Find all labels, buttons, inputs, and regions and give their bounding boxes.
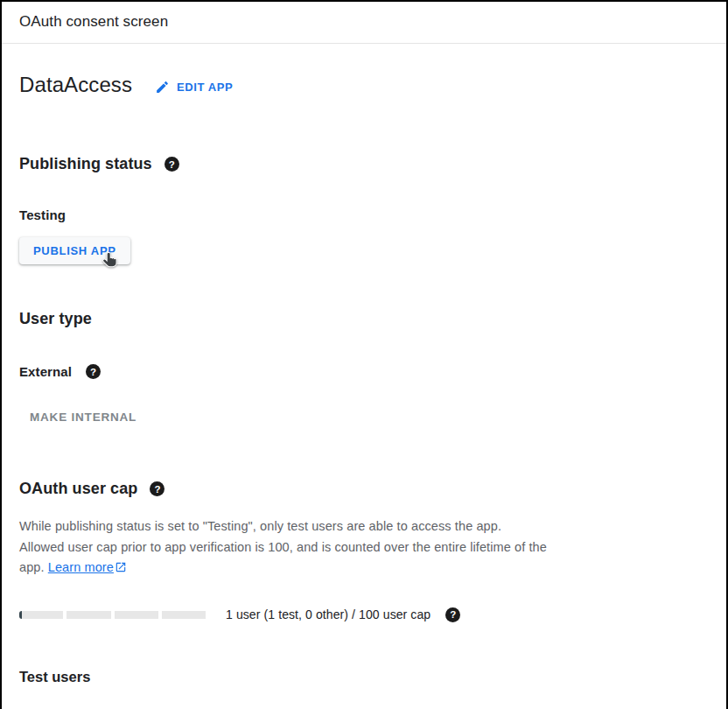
page-content: DataAccess EDIT APP Publishing status ? … bbox=[2, 73, 726, 685]
user-cap-progress-bar bbox=[19, 611, 206, 619]
page-header: OAuth consent screen bbox=[2, 2, 726, 44]
learn-more-link[interactable]: Learn more bbox=[48, 560, 127, 574]
publishing-status-section: Publishing status ? Testing PUBLISH APP bbox=[19, 155, 707, 265]
progress-segment bbox=[19, 611, 63, 619]
user-cap-usage-text: 1 user (1 test, 0 other) / 100 user cap bbox=[226, 607, 430, 621]
user-cap-usage-row: 1 user (1 test, 0 other) / 100 user cap … bbox=[19, 607, 707, 622]
oauth-user-cap-heading: OAuth user cap bbox=[19, 480, 137, 498]
help-icon[interactable]: ? bbox=[164, 157, 179, 172]
publish-app-button-wrap: PUBLISH APP bbox=[19, 237, 150, 265]
help-icon[interactable]: ? bbox=[150, 481, 164, 496]
oauth-user-cap-section: OAuth user cap ? While publishing status… bbox=[19, 480, 707, 622]
progress-segment bbox=[66, 611, 110, 619]
edit-app-label: EDIT APP bbox=[177, 81, 233, 94]
edit-app-button[interactable]: EDIT APP bbox=[155, 76, 233, 95]
progress-segment bbox=[115, 611, 158, 619]
help-icon[interactable]: ? bbox=[445, 607, 460, 622]
user-type-heading: User type bbox=[19, 310, 707, 328]
oauth-user-cap-description: While publishing status is set to "Testi… bbox=[19, 516, 548, 579]
user-type-value: External bbox=[19, 364, 72, 379]
oauth-consent-page: OAuth consent screen DataAccess EDIT APP… bbox=[0, 0, 728, 709]
publishing-status-value: Testing bbox=[19, 207, 707, 222]
app-title-row: DataAccess EDIT APP bbox=[19, 73, 707, 97]
publishing-status-heading: Publishing status bbox=[19, 155, 152, 173]
external-link-icon bbox=[114, 560, 127, 574]
app-name: DataAccess bbox=[19, 73, 132, 97]
pencil-icon bbox=[155, 80, 170, 95]
user-type-section: User type External ? MAKE INTERNAL bbox=[19, 310, 707, 429]
test-users-heading: Test users bbox=[19, 669, 707, 685]
test-users-section: Test users bbox=[19, 669, 707, 685]
page-title: OAuth consent screen bbox=[19, 13, 707, 31]
user-cap-progress-fill bbox=[19, 611, 22, 619]
progress-segment bbox=[162, 611, 206, 619]
publish-app-button[interactable]: PUBLISH APP bbox=[19, 237, 130, 264]
help-icon[interactable]: ? bbox=[86, 364, 101, 379]
make-internal-button[interactable]: MAKE INTERNAL bbox=[19, 405, 147, 429]
learn-more-label: Learn more bbox=[48, 560, 114, 574]
